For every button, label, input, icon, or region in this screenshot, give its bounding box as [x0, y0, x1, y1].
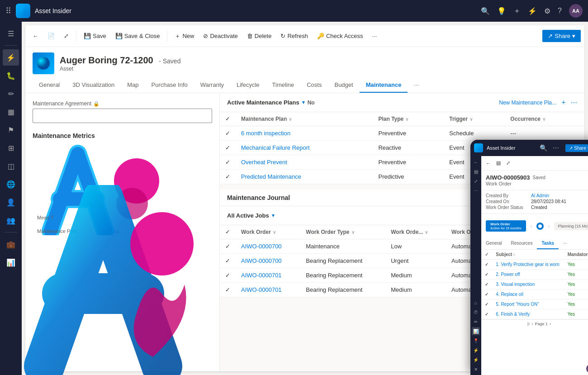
- filter-icon[interactable]: ⚡: [528, 7, 537, 15]
- mobile-sidebar-pin[interactable]: 📍: [472, 337, 480, 345]
- list-item[interactable]: ✓ 1. Verify Protective gear is worn Yes: [481, 260, 588, 270]
- refresh-button[interactable]: ↻ Refresh: [277, 31, 312, 41]
- add-plan-button[interactable]: ＋: [560, 98, 567, 107]
- sidebar-item-layers[interactable]: ⊞: [3, 140, 19, 156]
- form-icon-button[interactable]: 📄: [44, 31, 58, 41]
- col-trigger[interactable]: Trigger ∨: [444, 112, 505, 126]
- tab-lifecycle[interactable]: Lifecycle: [230, 78, 266, 93]
- tab-maintenance[interactable]: Maintenance: [360, 78, 408, 93]
- mobile-sidebar-more[interactable]: ⋯: [472, 186, 480, 195]
- tab-purchase-info[interactable]: Purchase Info: [145, 78, 194, 93]
- sidebar-item-layers2[interactable]: ◫: [3, 158, 19, 174]
- expand-button[interactable]: ⤢: [60, 31, 72, 41]
- task-name[interactable]: 6. Finish & Verify: [492, 309, 564, 319]
- sidebar-item-menu[interactable]: ☰: [3, 25, 19, 42]
- tab-warranty[interactable]: Warranty: [194, 78, 230, 93]
- mobile-back-button[interactable]: ←: [484, 160, 493, 167]
- mobile-search-icon[interactable]: 🔍: [540, 144, 547, 152]
- share-button[interactable]: ↗ Share ▾: [542, 30, 581, 42]
- task-name[interactable]: 2. Power off: [492, 270, 564, 280]
- tab-more[interactable]: ···: [408, 78, 425, 93]
- mobile-sidebar-clock[interactable]: ⏱: [472, 308, 480, 316]
- mobile-tab-general[interactable]: General: [481, 238, 507, 249]
- mobile-share-button[interactable]: ↗ Share ▾: [565, 144, 588, 152]
- sidebar-item-globe[interactable]: 🌐: [3, 176, 19, 192]
- new-button[interactable]: ＋ New: [171, 30, 198, 42]
- list-item[interactable]: ✓ 2. Power off Yes: [481, 270, 588, 280]
- sidebar-item-lightning[interactable]: ⚡: [3, 49, 19, 66]
- jobs-col-work-order[interactable]: Work Order∨: [236, 225, 300, 239]
- task-name[interactable]: 5. Report "Hours ON": [492, 299, 564, 309]
- page-next-arrow[interactable]: ›: [550, 322, 551, 326]
- tab-budget[interactable]: Budget: [328, 78, 359, 93]
- sidebar-item-briefcase[interactable]: 💼: [3, 236, 19, 252]
- tab-3d[interactable]: 3D Visualization: [66, 78, 121, 93]
- task-name[interactable]: 1. Verify Protective gear is worn: [492, 260, 564, 270]
- plus-icon[interactable]: ＋: [513, 6, 521, 16]
- job-id[interactable]: AIWO-0000701: [236, 268, 300, 283]
- plan-name[interactable]: Overheat Prevent: [236, 155, 373, 170]
- plan-name[interactable]: Mechanical Failure Report: [236, 141, 373, 155]
- check-access-button[interactable]: 🔑 Check Access: [313, 31, 367, 41]
- settings-icon[interactable]: ⚙: [544, 7, 550, 15]
- all-jobs-chevron-icon[interactable]: ▾: [272, 213, 275, 218]
- col-maintenance-plan[interactable]: Maintenance Plan ∨: [236, 112, 373, 126]
- sidebar-item-flag[interactable]: ⚑: [3, 122, 19, 138]
- job-id[interactable]: AIWO-0000700: [236, 239, 300, 254]
- tab-timeline[interactable]: Timeline: [266, 78, 301, 93]
- col-plan-type[interactable]: Plan Type ∨: [373, 112, 444, 126]
- mobile-sidebar-pencil[interactable]: ✏: [472, 318, 480, 326]
- mobile-more-icon[interactable]: ⋯: [553, 144, 559, 152]
- plan-name[interactable]: 6 month inspection: [236, 126, 373, 141]
- list-item[interactable]: ✓ 6. Finish & Verify Yes: [481, 309, 588, 319]
- plans-more-button[interactable]: ⋯: [571, 99, 577, 106]
- help-icon[interactable]: ?: [558, 7, 562, 15]
- sidebar-item-analytics[interactable]: 📊: [3, 254, 19, 271]
- maintenance-agreement-input[interactable]: [33, 109, 212, 123]
- tab-general[interactable]: General: [33, 78, 66, 93]
- timeline-arrow-left[interactable]: ‹: [526, 223, 536, 229]
- sidebar-item-grid[interactable]: ▦: [3, 104, 19, 120]
- mobile-tab-resources[interactable]: Resources: [507, 238, 537, 249]
- mobile-form-button[interactable]: ▤: [494, 159, 503, 167]
- save-button[interactable]: 💾 Save: [80, 31, 110, 41]
- chevron-down-icon[interactable]: ▾: [302, 100, 305, 105]
- table-row[interactable]: ✓ 6 month inspection Preventive Schedule…: [220, 126, 584, 141]
- page-prev-arrow[interactable]: ‹: [531, 322, 533, 326]
- task-name[interactable]: 3. Visual inspection: [492, 280, 564, 290]
- mobile-sidebar-chart[interactable]: 📊: [472, 327, 480, 335]
- jobs-col-priority[interactable]: Work Orde...∨: [385, 225, 446, 239]
- save-close-button[interactable]: 💾 Save & Close: [112, 31, 164, 41]
- bulb-icon[interactable]: 💡: [497, 7, 506, 15]
- deactivate-button[interactable]: ⊘ Deactivate: [199, 31, 241, 41]
- task-name[interactable]: 4. Replace oil: [492, 290, 564, 299]
- jobs-col-type[interactable]: Work Order Type∨: [300, 225, 385, 239]
- tasks-col-subject[interactable]: Subject ↕: [492, 250, 564, 260]
- mobile-sidebar-home[interactable]: ⌂: [472, 299, 480, 307]
- mobile-tab-tasks[interactable]: Tasks: [537, 238, 559, 249]
- user-avatar[interactable]: AA: [569, 4, 583, 18]
- timeline-arrow-right[interactable]: ›: [544, 223, 554, 229]
- tasks-col-mandatory[interactable]: Mandatory ↕: [564, 250, 588, 260]
- job-id[interactable]: AIWO-0000700: [236, 254, 300, 268]
- plan-name[interactable]: Predicted Maintenance: [236, 170, 373, 184]
- new-plan-label[interactable]: New Maintenance Pla...: [499, 100, 556, 106]
- mobile-expand-button[interactable]: ⤢: [504, 159, 512, 167]
- page-prev-icon[interactable]: |‹: [527, 322, 530, 326]
- list-item[interactable]: ✓ 5. Report "Hours ON" Yes: [481, 299, 588, 309]
- search-icon[interactable]: 🔍: [481, 7, 490, 15]
- more-button[interactable]: ···: [369, 31, 381, 41]
- mobile-more-cmd-button[interactable]: ⋯: [586, 159, 588, 167]
- back-button[interactable]: ←: [29, 31, 42, 41]
- tab-map[interactable]: Map: [121, 78, 145, 93]
- list-item[interactable]: ✓ 3. Visual inspection Yes: [481, 280, 588, 290]
- job-id[interactable]: AIWO-0000701: [236, 283, 300, 297]
- sidebar-item-bug[interactable]: 🐛: [3, 67, 19, 84]
- mobile-sidebar-x[interactable]: ✕: [472, 365, 480, 373]
- delete-button[interactable]: 🗑 Delete: [243, 31, 275, 41]
- mobile-sidebar-lightning2[interactable]: ⚡: [472, 356, 480, 364]
- mobile-sidebar-expand[interactable]: ⤢: [472, 177, 480, 185]
- col-occurrence[interactable]: Occurrence ∨: [505, 112, 584, 126]
- list-item[interactable]: ✓ 4. Replace oil Yes: [481, 290, 588, 299]
- sidebar-item-person[interactable]: 👤: [3, 194, 19, 210]
